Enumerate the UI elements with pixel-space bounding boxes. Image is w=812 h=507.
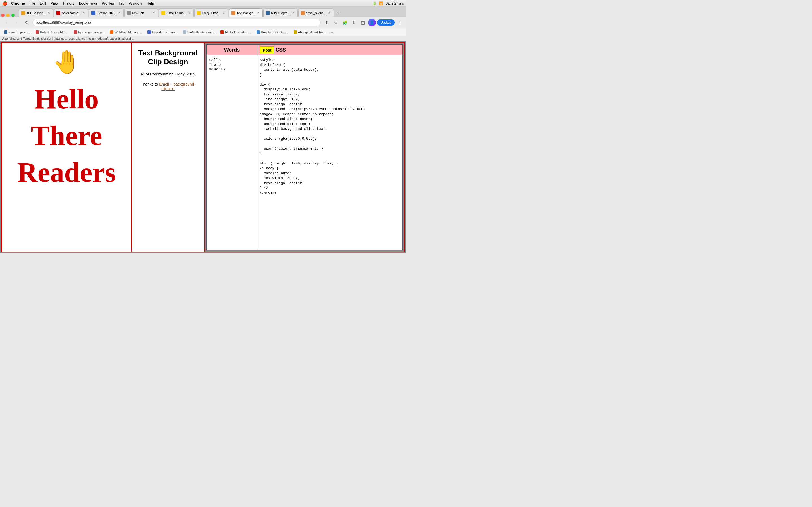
- tab-favicon: [161, 11, 165, 15]
- browser-content-area: 🤚 Hello There Readers Text BackgroundCli…: [0, 41, 406, 253]
- tab-news[interactable]: news.com.a... ×: [54, 8, 88, 17]
- bookmark-aboriginal[interactable]: Aboriginal and Tor...: [292, 30, 327, 34]
- menu-edit[interactable]: Edit: [40, 1, 46, 5]
- tab-label: Emoji + bac...: [202, 11, 221, 15]
- back-button[interactable]: ‹: [2, 18, 10, 26]
- right-panel: Words Post CSS Hello There Readers <styl…: [205, 43, 404, 251]
- bookmark-favicon: [294, 31, 297, 34]
- bookmarks-bar: www.rjmprogr... Robert James Met... Rjmp…: [0, 28, 406, 36]
- tab-text-bg[interactable]: Text Backgr... ×: [229, 8, 263, 17]
- tab-label: news.com.a...: [61, 11, 81, 15]
- menu-profiles[interactable]: Profiles: [102, 1, 114, 5]
- profile-button[interactable]: 👤: [368, 18, 376, 26]
- downloads-icon[interactable]: ⬇: [350, 18, 358, 26]
- tab-newtab[interactable]: New Tab ×: [124, 8, 158, 17]
- bookmark-rjm[interactable]: www.rjmprogr...: [2, 30, 32, 34]
- tab-close-icon[interactable]: ×: [291, 11, 295, 15]
- browser-window: AFL Season... × news.com.a... × Election…: [0, 7, 406, 253]
- page-wrapper: 🤚 Hello There Readers Text BackgroundCli…: [1, 42, 405, 252]
- tab-election[interactable]: Election 202... ×: [89, 8, 124, 17]
- extension-icon[interactable]: 🧩: [341, 18, 349, 26]
- menu-tab[interactable]: Tab: [118, 1, 124, 5]
- demo-word-there: There: [31, 120, 102, 151]
- tab-favicon: [91, 11, 95, 15]
- tab-label: Text Backgr...: [237, 11, 255, 15]
- menu-bookmarks[interactable]: Bookmarks: [79, 1, 97, 5]
- editor-header: Words Post CSS: [207, 45, 402, 55]
- tab-close-icon[interactable]: ×: [222, 11, 226, 15]
- bookmark-favicon: [4, 31, 7, 34]
- menu-help[interactable]: Help: [147, 1, 154, 5]
- clock: Sat 9:27 am: [386, 1, 404, 5]
- tab-afl[interactable]: AFL Season... ×: [18, 8, 53, 17]
- window-controls: [1, 13, 15, 17]
- bookmark-rjmprog[interactable]: Rjmprogramming...: [72, 30, 106, 34]
- close-button[interactable]: [1, 13, 4, 17]
- tab-close-icon[interactable]: ×: [47, 11, 51, 15]
- menu-items: Chrome File Edit View History Bookmarks …: [11, 1, 154, 5]
- bookmark-stream[interactable]: How do I stream...: [146, 30, 179, 34]
- bookmark-favicon: [73, 31, 77, 34]
- bookmark-favicon: [220, 31, 224, 34]
- tab-close-icon[interactable]: ×: [187, 11, 191, 15]
- waving-hand-emoji: 🤚: [52, 49, 81, 75]
- menu-window[interactable]: Window: [129, 1, 142, 5]
- tab-rjm[interactable]: RJM Progra... ×: [263, 8, 298, 17]
- tab-emoji-anim[interactable]: Emoji Anima... ×: [159, 8, 194, 17]
- tab-close-icon[interactable]: ×: [117, 11, 121, 15]
- bookmark-icon[interactable]: ☆: [332, 18, 340, 26]
- page-title: Text BackgroundClip Design: [139, 49, 198, 66]
- bookmark-robert[interactable]: Robert James Met...: [34, 30, 70, 34]
- tab-label: Emoji Anima...: [166, 11, 186, 15]
- wifi-icon: 📶: [379, 1, 383, 5]
- tab-favicon: [301, 11, 305, 15]
- css-textarea[interactable]: <style> div:before { content: attr(data-…: [257, 55, 402, 250]
- bookmark-favicon: [257, 31, 260, 34]
- toolbar: ‹ › ↻ localhost:8888/overlay_emoji.php ⬆…: [0, 17, 406, 28]
- menubar-right: 🔋 📶 Sat 9:27 am: [372, 1, 404, 5]
- bookmark-hack[interactable]: How to Hack Goo...: [255, 30, 290, 34]
- tab-bar: AFL Season... × news.com.a... × Election…: [0, 7, 406, 17]
- tab-close-icon[interactable]: ×: [82, 11, 86, 15]
- minimize-button[interactable]: [6, 13, 10, 17]
- bookmark-more[interactable]: »: [329, 30, 335, 34]
- thanks-text: Thanks to Emoji + background-clip:text: [137, 82, 199, 91]
- reload-button[interactable]: ↻: [22, 18, 31, 26]
- tab-label: New Tab: [132, 11, 151, 15]
- words-textarea[interactable]: Hello There Readers: [207, 55, 257, 250]
- bookmark-favicon: [36, 31, 39, 34]
- bookmark-html[interactable]: html - Absolute p...: [219, 30, 252, 34]
- maximize-button[interactable]: [11, 13, 15, 17]
- tab-close-icon[interactable]: ×: [327, 11, 331, 15]
- tab-close-icon[interactable]: ×: [256, 11, 260, 15]
- tab-close-icon[interactable]: ×: [152, 11, 156, 15]
- menu-file[interactable]: File: [29, 1, 35, 5]
- bookmark-favicon: [147, 31, 151, 34]
- bookmark-webhost[interactable]: WebHost Manage...: [108, 30, 144, 34]
- sidebar-icon[interactable]: ▤: [359, 18, 367, 26]
- forward-button[interactable]: ›: [12, 18, 20, 26]
- tooltip-text-1: Aboriginal and Torres Strait Islander Hi…: [2, 37, 67, 40]
- menu-history[interactable]: History: [63, 1, 74, 5]
- tab-favicon: [127, 11, 131, 15]
- thanks-link[interactable]: Emoji + background-clip:text: [159, 82, 195, 91]
- words-header: Words: [207, 45, 257, 55]
- menu-chrome[interactable]: Chrome: [11, 1, 25, 5]
- new-tab-button[interactable]: +: [335, 9, 342, 17]
- post-button[interactable]: Post: [260, 47, 274, 54]
- address-bar[interactable]: localhost:8888/overlay_emoji.php: [33, 18, 320, 26]
- editor-body: Hello There Readers <style> div:before {…: [207, 55, 402, 250]
- tab-favicon: [21, 11, 25, 15]
- menu-icon[interactable]: ⋮: [396, 18, 404, 26]
- tab-label: RJM Progra...: [271, 11, 290, 15]
- editor-container: Words Post CSS Hello There Readers <styl…: [206, 44, 403, 250]
- update-button[interactable]: Update: [377, 19, 395, 25]
- menu-view[interactable]: View: [50, 1, 58, 5]
- share-icon[interactable]: ⬆: [323, 18, 331, 26]
- tab-label: Election 202...: [96, 11, 116, 15]
- bookmark-favicon: [110, 31, 113, 34]
- tab-emoji-bg[interactable]: Emoji + bac... ×: [194, 8, 229, 17]
- bookmark-biomath[interactable]: BioMath: Quadrati...: [181, 30, 217, 34]
- apple-menu[interactable]: 🍎: [2, 1, 8, 6]
- tab-emoji-overlay[interactable]: emoji_overla... ×: [298, 8, 334, 17]
